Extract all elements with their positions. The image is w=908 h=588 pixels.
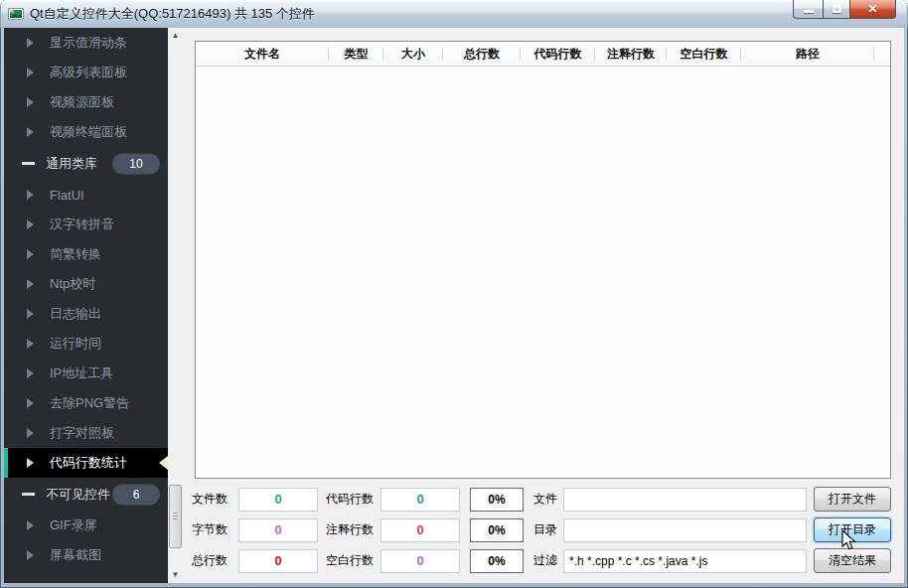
sidebar-item-label: 通用类库	[46, 155, 97, 173]
stats-panel: 文件数0代码行数00%文件打开文件字节数0注释行数00%目录打开目录总行数0空白…	[192, 481, 891, 573]
expand-arrow-icon	[27, 339, 34, 349]
stat-label: 空白行数	[326, 552, 380, 569]
expand-arrow-icon	[27, 249, 34, 259]
action-button[interactable]: 打开文件	[814, 487, 891, 512]
column-header[interactable]: 路径	[741, 42, 874, 66]
text-input[interactable]	[563, 488, 807, 512]
close-icon: ✕	[867, 3, 877, 15]
action-button[interactable]: 打开目录	[814, 517, 891, 542]
thumb-grip-icon	[173, 513, 178, 521]
field-label: 文件	[533, 491, 563, 508]
sidebar-item[interactable]: 汉字转拼音	[4, 210, 168, 239]
sidebar-item-label: 日志输出	[50, 305, 101, 323]
percent-box: 0%	[470, 518, 524, 542]
expand-arrow-icon	[27, 458, 34, 468]
sidebar-item[interactable]: 代码行数统计	[4, 448, 168, 478]
window-picture-icon	[8, 6, 24, 22]
sidebar-item-label: 屏幕截图	[50, 546, 101, 564]
sidebar-item[interactable]: FlatUI	[4, 180, 168, 210]
sidebar-item[interactable]: 运行时间	[4, 329, 168, 359]
main-panel: 文件名类型大小总行数代码行数注释行数空白行数路径 文件数0代码行数00%文件打开…	[183, 28, 904, 583]
stat-label: 注释行数	[326, 521, 380, 538]
stat-label: 字节数	[192, 521, 238, 538]
selected-accent-bar	[4, 448, 8, 478]
app-window: Qt自定义控件大全(QQ:517216493) 共 135 个控件 ✕ 显示值滑…	[0, 0, 908, 588]
action-button[interactable]: 清空结果	[814, 548, 891, 573]
collapse-icon	[22, 162, 35, 165]
sidebar-item[interactable]: 通用类库10	[4, 147, 168, 180]
sidebar-item[interactable]: 去除PNG警告	[4, 388, 168, 418]
percent-box: 0%	[470, 488, 524, 512]
column-header[interactable]: 代码行数	[521, 42, 595, 66]
column-header[interactable]: 总行数	[443, 42, 521, 66]
sidebar-item[interactable]: GIF录屏	[4, 511, 168, 540]
scroll-up-icon: ▲	[172, 32, 180, 40]
scroll-up-button[interactable]: ▲	[168, 28, 183, 44]
expand-arrow-icon	[27, 97, 34, 107]
window-controls: ✕	[793, 0, 896, 19]
sidebar-item-label: 不可见控件	[46, 486, 110, 504]
minimize-icon	[804, 10, 814, 13]
count-badge: 10	[112, 153, 160, 174]
sidebar-item[interactable]: Ntp校时	[4, 269, 168, 299]
scroll-down-icon: ▼	[172, 571, 180, 579]
sidebar-item-label: 视频终端面板	[50, 123, 127, 141]
sidebar-item-label: 代码行数统计	[50, 454, 127, 472]
sidebar-item-label: GIF录屏	[50, 516, 97, 534]
sidebar-item[interactable]: 不可见控件6	[4, 478, 168, 511]
sidebar-item-label: 运行时间	[50, 335, 101, 353]
field-label: 过滤	[533, 552, 563, 569]
sidebar-item[interactable]: 日志输出	[4, 299, 168, 329]
table-body[interactable]	[196, 68, 890, 478]
results-table: 文件名类型大小总行数代码行数注释行数空白行数路径	[195, 41, 891, 479]
sidebar-item-label: 去除PNG警告	[50, 394, 129, 412]
stats-row: 文件数0代码行数00%文件打开文件	[192, 487, 891, 512]
maximize-button[interactable]	[823, 0, 850, 19]
expand-arrow-icon	[27, 279, 34, 289]
sidebar-item-label: 显示值滑动条	[50, 34, 127, 52]
stat-value-box: 0	[238, 488, 318, 512]
minimize-button[interactable]	[793, 0, 823, 19]
sidebar-scrollbar[interactable]: ▲ ▼	[168, 28, 183, 583]
sidebar-item[interactable]: 高级列表面板	[4, 58, 168, 87]
sidebar-item-label: 高级列表面板	[50, 64, 127, 81]
sidebar-item[interactable]: 打字对照板	[4, 418, 168, 448]
stat-value-box: 0	[380, 518, 460, 542]
stat-value-box: 0	[380, 549, 460, 573]
expand-arrow-icon	[27, 190, 34, 200]
stat-label: 代码行数	[326, 491, 380, 508]
scrollbar-thumb[interactable]	[169, 485, 182, 548]
sidebar-item[interactable]: 视频终端面板	[4, 117, 168, 147]
column-header[interactable]: 注释行数	[595, 42, 667, 66]
sidebar-item[interactable]: IP地址工具	[4, 359, 168, 388]
expand-arrow-icon	[27, 368, 34, 378]
sidebar-item-label: Ntp校时	[50, 275, 95, 293]
sidebar-item[interactable]: 简繁转换	[4, 239, 168, 269]
stat-label: 文件数	[192, 491, 238, 508]
text-input[interactable]	[563, 518, 807, 542]
header-corner	[874, 42, 890, 66]
stat-value-box: 0	[238, 518, 318, 542]
close-button[interactable]: ✕	[850, 0, 896, 19]
column-header[interactable]: 空白行数	[667, 42, 741, 66]
stats-row: 字节数0注释行数00%目录打开目录	[192, 517, 891, 542]
sidebar-item[interactable]: 屏幕截图	[4, 540, 168, 570]
text-input[interactable]	[563, 549, 807, 573]
column-header[interactable]: 文件名	[196, 42, 329, 66]
sidebar-item[interactable]: 显示值滑动条	[4, 28, 168, 58]
column-header[interactable]: 类型	[329, 42, 383, 66]
sidebar-item-label: 简繁转换	[50, 245, 101, 263]
stats-row: 总行数0空白行数00%过滤清空结果	[192, 548, 891, 573]
expand-arrow-icon	[27, 309, 34, 319]
stat-label: 总行数	[192, 552, 238, 569]
stat-value-box: 0	[238, 549, 318, 573]
title-bar[interactable]: Qt自定义控件大全(QQ:517216493) 共 135 个控件 ✕	[0, 0, 908, 28]
sidebar-menu: 显示值滑动条高级列表面板视频源面板视频终端面板通用类库10FlatUI汉字转拼音…	[4, 28, 168, 583]
maximize-icon	[832, 5, 841, 13]
sidebar-item[interactable]: 视频源面板	[4, 87, 168, 117]
column-header[interactable]: 大小	[383, 42, 443, 66]
scroll-down-button[interactable]: ▼	[168, 567, 183, 583]
sidebar-item-label: 打字对照板	[50, 424, 114, 442]
sidebar-item-label: 视频源面板	[50, 93, 114, 111]
window-title: Qt自定义控件大全(QQ:517216493) 共 135 个控件	[30, 5, 315, 23]
